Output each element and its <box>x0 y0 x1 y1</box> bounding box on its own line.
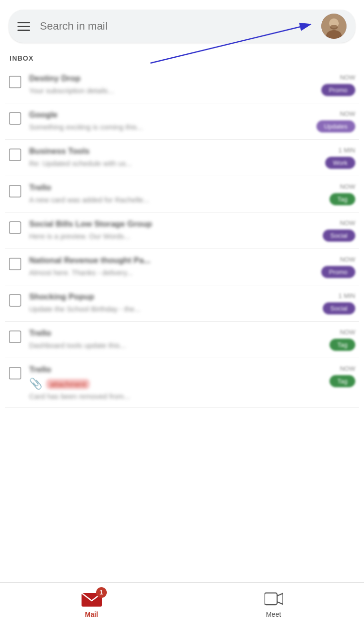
list-item[interactable]: Trello 📎 attachment Card has been remove… <box>5 358 359 408</box>
list-item[interactable]: Social Bills Low Storage Group Here is a… <box>5 213 359 249</box>
email-sender: Business Tools <box>29 147 302 156</box>
list-item[interactable]: National Revenue thought Pa... Almost he… <box>5 249 359 285</box>
email-sender: Trello <box>29 183 302 193</box>
email-checkbox[interactable] <box>9 76 21 88</box>
email-time: NOW <box>340 329 355 336</box>
email-checkbox[interactable] <box>9 367 21 379</box>
list-item[interactable]: Shocking Popup Update the School Birthda… <box>5 285 359 322</box>
email-time: NOW <box>340 365 355 372</box>
email-content: Shocking Popup Update the School Birthda… <box>29 292 302 313</box>
email-time: 1 MIN <box>338 292 355 299</box>
meet-icon-wrapper <box>265 591 283 609</box>
email-content: Trello A new card was added for Rachelle… <box>29 183 302 204</box>
list-item[interactable]: Google Something exciting is coming this… <box>5 103 359 140</box>
hamburger-menu-icon[interactable] <box>17 22 30 31</box>
mail-badge: 1 <box>96 587 107 598</box>
bottom-nav: 1 Mail Meet <box>0 582 364 626</box>
email-content: Business Tools Re: Updated schedule with… <box>29 147 302 167</box>
email-meta: NOW Updates <box>307 110 355 132</box>
email-preview: attachment <box>46 379 90 389</box>
email-sender: National Revenue thought Pa... <box>29 256 302 265</box>
email-preview: Something exciting is coming this... <box>29 123 233 131</box>
mail-nav-label: Mail <box>85 610 98 618</box>
email-meta: NOW Promo <box>307 74 355 96</box>
email-content: National Revenue thought Pa... Almost he… <box>29 256 302 277</box>
nav-item-meet[interactable]: Meet <box>265 591 283 618</box>
email-content: Trello 📎 attachment Card has been remove… <box>29 365 302 400</box>
email-tag: Tag <box>330 375 355 387</box>
email-preview: Update the School Birthday - the... <box>29 305 233 313</box>
email-content: Destiny Drop Your subscription details..… <box>29 74 302 95</box>
email-checkbox[interactable] <box>9 294 21 307</box>
email-tag: Social <box>323 230 355 242</box>
email-preview: Dashboard tools update this... <box>29 341 233 349</box>
search-bar[interactable]: Search in mail <box>9 10 355 43</box>
email-time: NOW <box>340 74 355 81</box>
email-checkbox[interactable] <box>9 221 21 234</box>
email-content: Trello Dashboard tools update this... <box>29 329 302 349</box>
email-preview: Re: Updated schedule with us... <box>29 159 233 167</box>
search-input[interactable]: Search in mail <box>40 20 321 33</box>
email-preview: Your subscription details... <box>29 86 233 95</box>
inbox-label: INBOX <box>0 48 364 67</box>
list-item[interactable]: Trello A new card was added for Rachelle… <box>5 176 359 213</box>
email-sender: Destiny Drop <box>29 74 302 83</box>
email-checkbox[interactable] <box>9 258 21 270</box>
email-preview: Almost here. Thanks - delivery... <box>29 268 233 277</box>
email-tag: Work <box>325 157 355 169</box>
email-checkbox[interactable] <box>9 148 21 161</box>
email-meta: NOW Tag <box>307 329 355 351</box>
email-content: Google Something exciting is coming this… <box>29 110 302 131</box>
email-tag: Promo <box>321 266 355 278</box>
email-meta: 1 MIN Social <box>307 292 355 314</box>
email-content: Social Bills Low Storage Group Here is a… <box>29 219 302 240</box>
email-sender: Trello <box>29 365 302 375</box>
email-meta: NOW Promo <box>307 256 355 278</box>
meet-icon <box>265 591 283 607</box>
nav-item-mail[interactable]: 1 Mail <box>82 591 102 618</box>
email-meta: NOW Tag <box>307 365 355 387</box>
list-item[interactable]: Trello Dashboard tools update this... NO… <box>5 322 359 358</box>
email-tag: Updates <box>316 120 355 132</box>
svg-rect-7 <box>265 593 277 604</box>
email-preview: A new card was added for Rachelle... <box>29 196 233 204</box>
avatar[interactable] <box>321 14 347 39</box>
email-list: Destiny Drop Your subscription details..… <box>0 67 364 408</box>
email-preview: Here is a preview. Our Words... <box>29 232 233 240</box>
email-tag: Tag <box>330 193 355 205</box>
email-sender: Trello <box>29 329 302 338</box>
email-tag: Promo <box>321 84 355 96</box>
email-checkbox[interactable] <box>9 330 21 343</box>
svg-point-3 <box>330 25 338 30</box>
attachment-icon: 📎 <box>29 378 42 390</box>
email-time: NOW <box>340 256 355 263</box>
email-meta: NOW Social <box>307 219 355 242</box>
mail-icon-wrapper: 1 <box>82 591 102 609</box>
email-sender: Google <box>29 110 302 120</box>
email-time: NOW <box>340 110 355 117</box>
list-item[interactable]: Destiny Drop Your subscription details..… <box>5 67 359 103</box>
email-sender: Social Bills Low Storage Group <box>29 219 302 229</box>
email-checkbox[interactable] <box>9 185 21 198</box>
meet-nav-label: Meet <box>266 610 281 618</box>
email-time: NOW <box>340 219 355 227</box>
email-time: 1 MIN <box>338 147 355 154</box>
list-item[interactable]: Business Tools Re: Updated schedule with… <box>5 140 359 176</box>
email-sender: Shocking Popup <box>29 292 302 302</box>
email-tag: Tag <box>330 339 355 351</box>
email-time: NOW <box>340 183 355 190</box>
email-checkbox[interactable] <box>9 112 21 125</box>
email-preview-2: Card has been removed from... <box>29 392 233 400</box>
email-meta: 1 MIN Work <box>307 147 355 169</box>
email-tag: Social <box>323 302 355 314</box>
email-meta: NOW Tag <box>307 183 355 205</box>
